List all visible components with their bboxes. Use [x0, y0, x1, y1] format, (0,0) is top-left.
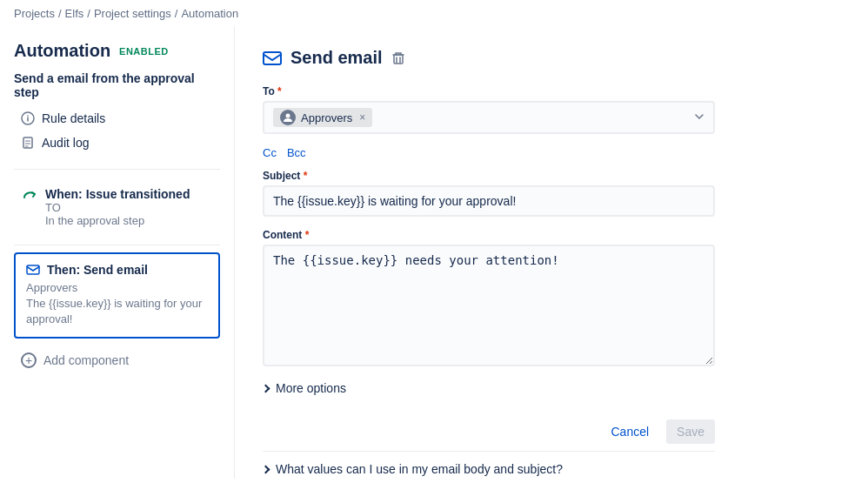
help-link-label: What values can I use in my email body a…	[276, 462, 563, 476]
breadcrumb-elfs[interactable]: Elfs	[65, 7, 84, 20]
to-input[interactable]: Approvers ×	[263, 101, 715, 134]
approvers-label: Approvers	[301, 111, 352, 124]
svg-point-2	[27, 115, 29, 117]
cc-link[interactable]: Cc	[263, 146, 277, 159]
email-form: To * Approvers ×	[263, 85, 715, 476]
sidebar: Automation ENABLED Send a email from the…	[0, 27, 235, 479]
action-card[interactable]: Then: Send email Approvers The {{issue.k…	[14, 252, 220, 339]
add-component[interactable]: + Add component	[14, 345, 220, 375]
rule-details-label: Rule details	[42, 111, 105, 125]
svg-rect-7	[27, 265, 39, 274]
approvers-tag: Approvers ×	[273, 108, 372, 127]
content-label: Content *	[263, 229, 715, 241]
help-link[interactable]: What values can I use in my email body a…	[263, 451, 715, 476]
trigger-label: When: Issue transitioned	[45, 187, 190, 201]
action-title: Then: Send email	[47, 263, 148, 277]
cc-bcc-row: Cc Bcc	[263, 146, 715, 159]
sidebar-header: Automation ENABLED	[14, 41, 220, 61]
trigger-sub2: In the approval step	[45, 214, 190, 227]
help-chevron-icon	[262, 465, 270, 473]
save-button[interactable]: Save	[666, 419, 715, 444]
sidebar-divider-2	[14, 245, 220, 245]
trigger-item: When: Issue transitioned TO In the appro…	[14, 180, 220, 234]
svg-point-10	[286, 114, 290, 118]
footer-actions: Cancel Save	[263, 409, 715, 444]
trigger-section: When: Issue transitioned TO In the appro…	[14, 180, 220, 234]
more-options-label: More options	[276, 381, 346, 395]
sidebar-divider	[14, 169, 220, 170]
rule-subtitle: Send a email from the approval step	[14, 71, 220, 99]
sidebar-item-audit-log[interactable]: Audit log	[14, 131, 220, 155]
chevron-right-icon	[262, 384, 270, 392]
mail-icon-large	[263, 49, 282, 68]
sidebar-nav: Rule details Audit log	[14, 106, 220, 155]
automation-title: Automation	[14, 41, 110, 61]
more-options[interactable]: More options	[263, 381, 715, 395]
audit-log-label: Audit log	[42, 136, 89, 150]
breadcrumb-project-settings[interactable]: Project settings	[94, 7, 171, 20]
sidebar-item-rule-details[interactable]: Rule details	[14, 106, 220, 131]
content-field-group: Content *	[263, 229, 715, 369]
add-component-label: Add component	[43, 353, 129, 367]
to-field-group: To * Approvers ×	[263, 85, 715, 134]
main-content: Send email To *	[235, 27, 868, 479]
clipboard-icon	[21, 136, 35, 150]
approvers-avatar	[280, 110, 296, 125]
transition-icon	[21, 189, 38, 206]
content-textarea[interactable]	[263, 245, 715, 366]
subject-label: Subject *	[263, 170, 715, 182]
content-title: Send email	[290, 48, 383, 68]
enabled-badge: ENABLED	[119, 46, 169, 57]
info-circle-icon	[21, 111, 35, 125]
svg-rect-8	[264, 52, 281, 64]
bcc-link[interactable]: Bcc	[287, 146, 306, 159]
breadcrumb: Projects / Elfs / Project settings / Aut…	[0, 0, 868, 27]
to-label: To *	[263, 85, 715, 97]
mail-icon-small	[26, 263, 40, 277]
trash-icon[interactable]	[391, 51, 405, 65]
subject-input[interactable]	[263, 185, 715, 217]
cancel-button[interactable]: Cancel	[600, 419, 659, 444]
to-dropdown-chevron[interactable]	[694, 111, 704, 124]
svg-rect-9	[394, 55, 403, 64]
breadcrumb-automation: Automation	[181, 7, 238, 20]
content-header: Send email	[263, 48, 840, 68]
add-circle-icon: +	[21, 352, 37, 368]
action-body-1: Approvers	[26, 280, 208, 296]
breadcrumb-projects[interactable]: Projects	[14, 7, 55, 20]
subject-field-group: Subject *	[263, 170, 715, 217]
trigger-sub1: TO	[45, 201, 190, 214]
action-body-2: The {{issue.key}} is waiting for your ap…	[26, 296, 208, 327]
tag-close-button[interactable]: ×	[359, 111, 365, 124]
